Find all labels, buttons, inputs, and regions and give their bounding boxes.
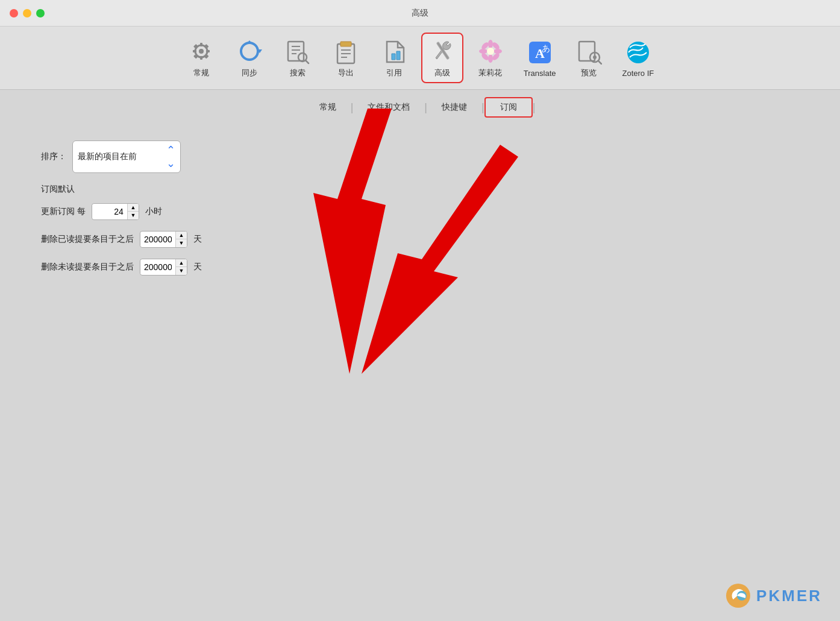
sort-label: 排序： <box>41 151 66 162</box>
update-suffix: 小时 <box>145 206 162 217</box>
sync-icon <box>236 37 263 65</box>
toolbar-item-search[interactable]: 搜索 <box>277 34 319 82</box>
toolbar-item-general[interactable]: 常规 <box>180 34 222 82</box>
svg-point-1 <box>199 49 204 54</box>
svg-point-28 <box>479 49 487 54</box>
pkmer-text-label: PKMER <box>756 587 822 605</box>
svg-point-34 <box>487 48 494 55</box>
advanced-icon <box>428 37 456 65</box>
tab-shortcuts[interactable]: 快捷键 <box>427 98 481 116</box>
cite-icon <box>380 37 408 65</box>
search-label: 搜索 <box>290 68 306 78</box>
sort-value: 最新的项目在前 <box>78 151 137 162</box>
delete-read-prefix: 删除已读提要条目于之后 <box>41 234 134 245</box>
toolbar-item-advanced[interactable]: 高级 <box>421 33 463 83</box>
section-title: 订阅默认 <box>41 184 799 195</box>
toolbar-item-sync[interactable]: 同步 <box>228 34 271 82</box>
delete-read-suffix: 天 <box>193 234 202 245</box>
update-spin-down[interactable]: ▼ <box>128 212 139 219</box>
tab-general[interactable]: 常规 <box>305 98 351 116</box>
cite-label: 引用 <box>386 68 402 78</box>
svg-rect-38 <box>579 42 595 61</box>
delete-unread-prefix: 删除未读提要条目于之后 <box>41 262 134 273</box>
delete-read-row: 删除已读提要条目于之后 ▲ ▼ 天 <box>41 231 799 248</box>
minimize-button[interactable] <box>23 9 31 17</box>
toolbar-item-export[interactable]: 导出 <box>325 34 367 82</box>
svg-rect-19 <box>340 42 351 46</box>
delete-unread-input[interactable] <box>140 260 175 274</box>
delete-read-spin-buttons: ▲ ▼ <box>175 232 187 247</box>
toolbar-item-zotero-if[interactable]: Zotero IF <box>616 35 660 81</box>
zotero-if-icon <box>624 39 652 66</box>
close-button[interactable] <box>10 9 18 17</box>
delete-read-spinbox[interactable]: ▲ ▼ <box>140 231 187 248</box>
toolbar-item-cite[interactable]: 引用 <box>373 34 415 82</box>
advanced-label: 高级 <box>434 68 450 78</box>
export-label: 导出 <box>338 68 354 78</box>
titlebar: 高级 <box>0 0 840 27</box>
toolbar-item-translate[interactable]: A あ Translate <box>518 35 562 81</box>
update-input[interactable] <box>92 205 127 218</box>
preview-label: 预览 <box>581 68 597 78</box>
delete-unread-spin-buttons: ▲ ▼ <box>175 259 187 275</box>
chevron-icon: ⌃⌄ <box>166 143 175 170</box>
tab-sep-3: | <box>481 102 484 113</box>
pkmer-logo-icon <box>725 582 751 609</box>
zotero-if-label: Zotero IF <box>622 69 654 78</box>
toolbar-item-jasmine[interactable]: 茉莉花 <box>469 34 512 82</box>
tab-feeds[interactable]: 订阅 <box>484 97 533 118</box>
update-prefix: 更新订阅 每 <box>41 206 86 217</box>
toolbar: 常规 同步 <box>0 27 840 90</box>
sync-label: 同步 <box>242 68 257 78</box>
toolbar-item-preview[interactable]: 预览 <box>568 34 610 82</box>
svg-rect-5 <box>206 50 210 52</box>
jasmine-icon <box>477 37 504 65</box>
tab-files[interactable]: 文件和文档 <box>353 98 424 116</box>
delete-read-spin-down[interactable]: ▼ <box>176 239 187 247</box>
svg-point-26 <box>488 40 493 48</box>
pkmer-watermark: PKMER <box>725 582 822 609</box>
delete-unread-row: 删除未读提要条目于之后 ▲ ▼ 天 <box>41 259 799 276</box>
sort-row: 排序： 最新的项目在前 ⌃⌄ <box>41 140 799 173</box>
svg-rect-4 <box>193 50 196 52</box>
update-spinbox[interactable]: ▲ ▼ <box>92 203 139 220</box>
preview-icon <box>575 37 603 65</box>
svg-line-40 <box>598 61 601 64</box>
translate-icon: A あ <box>526 39 554 66</box>
content-area: 排序： 最新的项目在前 ⌃⌄ 订阅默认 更新订阅 每 ▲ ▼ 小时 删除已读提要… <box>17 122 823 484</box>
svg-rect-3 <box>200 56 202 60</box>
maximize-button[interactable] <box>36 9 45 17</box>
svg-point-41 <box>593 55 597 59</box>
delete-unread-spin-up[interactable]: ▲ <box>176 259 187 267</box>
page-wrapper: 高级 常规 <box>0 0 840 621</box>
traffic-lights <box>10 9 45 17</box>
svg-text:あ: あ <box>542 44 550 53</box>
window-title: 高级 <box>412 8 428 19</box>
update-spin-buttons: ▲ ▼ <box>127 204 139 219</box>
general-icon <box>187 37 215 65</box>
svg-rect-2 <box>200 43 202 46</box>
export-icon <box>332 37 360 65</box>
sort-dropdown[interactable]: 最新的项目在前 ⌃⌄ <box>72 140 181 173</box>
delete-unread-suffix: 天 <box>193 262 202 273</box>
general-label: 常规 <box>193 68 209 78</box>
tabs-row: 常规 | 文件和文档 | 快捷键 | 订阅 | <box>0 90 840 118</box>
svg-point-27 <box>488 54 493 63</box>
delete-unread-spinbox[interactable]: ▲ ▼ <box>140 259 187 276</box>
translate-label: Translate <box>524 69 556 78</box>
svg-point-29 <box>494 49 502 54</box>
update-spin-up[interactable]: ▲ <box>128 204 139 212</box>
svg-point-47 <box>726 584 750 608</box>
update-row: 更新订阅 每 ▲ ▼ 小时 <box>41 203 799 220</box>
svg-point-48 <box>737 591 747 601</box>
delete-unread-spin-down[interactable]: ▼ <box>176 267 187 275</box>
svg-line-17 <box>306 60 309 63</box>
delete-read-input[interactable] <box>140 233 175 246</box>
tab-sep-4: | <box>533 102 536 113</box>
delete-read-spin-up[interactable]: ▲ <box>176 232 187 239</box>
jasmine-label: 茉莉花 <box>478 68 502 78</box>
svg-rect-12 <box>288 42 304 61</box>
search-icon <box>284 37 312 65</box>
